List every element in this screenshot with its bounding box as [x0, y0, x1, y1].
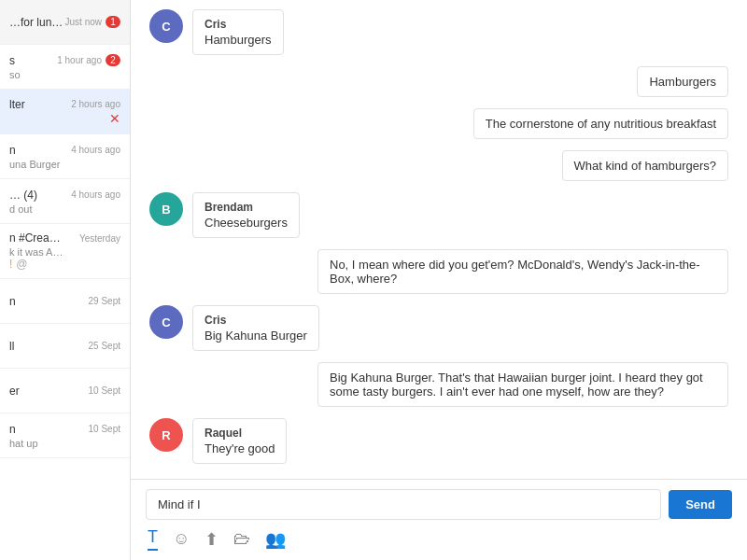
- message-msg7: No, I mean where did you get'em? McDonal…: [149, 249, 728, 294]
- sidebar-item-time-item9: 10 Sept: [89, 385, 120, 396]
- sidebar-item-time-item7: 29 Sept: [89, 296, 120, 306]
- sidebar-item-time-item8: 25 Sept: [89, 341, 120, 351]
- sidebar-item-name-item7: n: [9, 295, 16, 308]
- upload-icon[interactable]: ⬆: [204, 529, 218, 550]
- message-text-msg4: The cornerstone of any nutritious breakf…: [486, 117, 716, 131]
- sidebar-item-item5[interactable]: … (4)4 hours agod out: [0, 179, 130, 224]
- message-msg3: Hamburgers: [149, 66, 728, 97]
- bubble-outgoing-msg4: The cornerstone of any nutritious breakf…: [473, 108, 728, 139]
- sidebar-item-time-item4: 4 hours ago: [71, 145, 120, 155]
- bubble-incoming-msg2: CrisHamburgers: [192, 9, 284, 55]
- message-msg8: CCrisBig Kahuna Burger: [149, 305, 728, 351]
- sidebar-item-preview-item6: k it was A…: [9, 246, 120, 258]
- sender-msg2: Cris: [204, 18, 272, 31]
- sidebar-item-item6[interactable]: n #Crea…Yesterdayk it was A…!@: [0, 224, 130, 279]
- sidebar-item-name-item1: …for lunch?: [9, 16, 65, 29]
- message-msg10: RRaquelThey're good: [149, 418, 728, 464]
- bubble-incoming-msg10: RaquelThey're good: [192, 418, 287, 464]
- bubble-outgoing-msg9: Big Kahuna Burger. That's that Hawaiian …: [317, 362, 728, 407]
- sidebar-item-time-item3: 2 hours ago: [71, 99, 120, 109]
- sidebar-item-item2[interactable]: s1 hour ago2so: [0, 45, 130, 90]
- sender-msg8: Cris: [204, 314, 307, 327]
- sidebar-item-item4[interactable]: n4 hours agouna Burger: [0, 134, 130, 179]
- sidebar-item-time-item5: 4 hours ago: [71, 189, 120, 200]
- emoji-icon[interactable]: ☺: [173, 529, 190, 549]
- sidebar-item-time-item1: Just now: [65, 17, 102, 27]
- sidebar-item-name-item10: n: [9, 423, 16, 436]
- bubble-outgoing-msg3: Hamburgers: [637, 66, 728, 97]
- warning-icon-item6: !: [9, 258, 12, 271]
- message-msg4: The cornerstone of any nutritious breakf…: [149, 108, 728, 139]
- sidebar-item-item1[interactable]: …for lunch?Just now1: [0, 0, 130, 45]
- message-msg6: BBrendamCheeseburgers: [149, 192, 728, 238]
- avatar-msg10: R: [149, 418, 183, 452]
- sidebar-item-name-item6: n #Crea…: [9, 231, 61, 245]
- message-text-msg2: Hamburgers: [204, 33, 272, 47]
- input-area: Send T ☺ ⬆ 🗁 👥: [131, 479, 747, 560]
- sidebar-item-item8[interactable]: ll25 Sept: [0, 324, 130, 369]
- message-msg2: CCrisHamburgers: [149, 9, 728, 55]
- message-input[interactable]: [146, 489, 661, 520]
- text-format-icon[interactable]: T: [148, 527, 158, 551]
- sidebar-item-name-item9: er: [9, 385, 20, 398]
- send-button[interactable]: Send: [669, 490, 732, 519]
- sidebar-item-time-item6: Yesterday: [79, 233, 120, 244]
- bubble-incoming-msg6: BrendamCheeseburgers: [192, 192, 300, 238]
- sender-msg6: Brendam: [204, 201, 288, 214]
- sidebar-badge-item1: 1: [106, 16, 120, 28]
- message-text-msg9: Big Kahuna Burger. That's that Hawaiian …: [330, 371, 703, 399]
- input-row: Send: [146, 489, 732, 520]
- message-text-msg3: Hamburgers: [649, 75, 716, 89]
- sidebar-item-time-item10: 10 Sept: [89, 424, 120, 434]
- sidebar: …for lunch?Just now1s1 hour ago2solter2 …: [0, 0, 131, 560]
- people-icon[interactable]: 👥: [265, 529, 286, 550]
- message-msg9: Big Kahuna Burger. That's that Hawaiian …: [149, 362, 728, 407]
- sidebar-item-preview-item2: so: [9, 69, 120, 80]
- avatar-msg8: C: [149, 305, 183, 339]
- sidebar-item-item9[interactable]: er10 Sept: [0, 369, 130, 413]
- bubble-outgoing-msg7: No, I mean where did you get'em? McDonal…: [317, 249, 728, 294]
- sender-msg10: Raquel: [204, 427, 275, 440]
- messages-list: Good for you. Looks like me and Vincent …: [131, 0, 747, 479]
- message-text-msg6: Cheeseburgers: [204, 216, 288, 230]
- sidebar-item-time-item2: 1 hour ago: [57, 55, 102, 65]
- sidebar-item-item3[interactable]: lter2 hours ago✕: [0, 90, 130, 134]
- message-msg5: What kind of hamburgers?: [149, 150, 728, 181]
- bubble-incoming-msg8: CrisBig Kahuna Burger: [192, 305, 319, 351]
- message-text-msg10: They're good: [204, 441, 275, 455]
- sidebar-item-name-item3: lter: [9, 98, 25, 111]
- message-text-msg5: What kind of hamburgers?: [574, 159, 716, 173]
- sidebar-badge-item2: 2: [106, 54, 120, 66]
- sidebar-item-name-item2: s: [9, 54, 15, 67]
- close-icon-item3[interactable]: ✕: [109, 111, 120, 126]
- sidebar-item-name-item4: n: [9, 144, 16, 157]
- avatar-msg6: B: [149, 192, 183, 226]
- sidebar-item-item7[interactable]: n29 Sept: [0, 279, 130, 324]
- folder-icon[interactable]: 🗁: [233, 529, 250, 549]
- sidebar-item-name-item8: ll: [9, 340, 14, 353]
- bubble-outgoing-msg5: What kind of hamburgers?: [562, 150, 728, 181]
- message-text-msg7: No, I mean where did you get'em? McDonal…: [330, 258, 700, 286]
- toolbar-row: T ☺ ⬆ 🗁 👥: [146, 527, 732, 551]
- sidebar-item-preview-item4: una Burger: [9, 159, 120, 170]
- sidebar-item-preview-item5: d out: [9, 203, 120, 215]
- sidebar-item-item10[interactable]: n10 Septhat up: [0, 413, 130, 458]
- at-icon-item6: @: [16, 258, 27, 271]
- message-text-msg8: Big Kahuna Burger: [204, 329, 307, 343]
- sidebar-item-name-item5: … (4): [9, 189, 37, 202]
- sidebar-item-preview-item10: hat up: [9, 438, 120, 449]
- avatar-msg2: C: [149, 9, 183, 43]
- chat-area: Good for you. Looks like me and Vincent …: [131, 0, 747, 560]
